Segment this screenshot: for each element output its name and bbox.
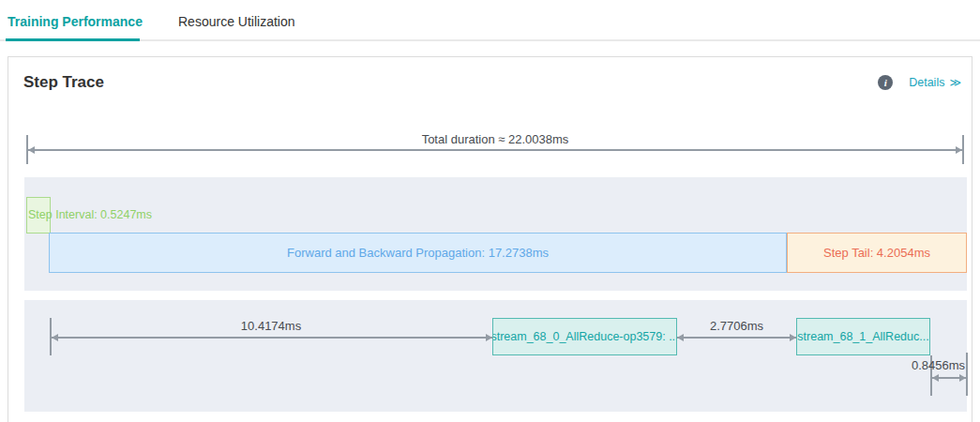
between-allreduce-duration-label: 2.7706ms — [677, 319, 796, 333]
arrowhead-left-icon — [52, 334, 58, 341]
arrowhead-left-icon — [932, 374, 939, 382]
card-actions: i Details ≫ — [878, 75, 960, 90]
allreduce-band: 10.4174ms stream_68_0_AllReduce-op3579: … — [24, 300, 967, 412]
stream-68-0-allreduce-label: stream_68_0_AllReduce-op3579: ... — [492, 330, 677, 343]
tab-bar: Training Performance Resource Utilizatio… — [0, 0, 980, 41]
total-duration-dimension: Total duration ≈ 22.0038ms — [26, 132, 964, 165]
step-tail-label: Step Tail: 4.2054ms — [823, 246, 930, 260]
dimension-end-bar-right — [966, 353, 968, 396]
arrowhead-left-icon — [28, 146, 35, 154]
arrowhead-left-icon — [677, 334, 684, 341]
post-allreduce-duration-label: 0.8456ms — [912, 358, 965, 372]
tab-resource-utilization-label: Resource Utilization — [178, 14, 295, 29]
dimension-line — [28, 149, 962, 151]
tab-training-performance[interactable]: Training Performance — [8, 14, 143, 29]
pre-allreduce-dimension: 10.4174ms — [50, 318, 492, 355]
dimension-line — [677, 337, 796, 339]
tab-training-performance-label: Training Performance — [8, 14, 143, 29]
forward-backward-propagation-box: Forward and Backward Propagation: 17.273… — [49, 233, 787, 273]
step-interval-label: Step Interval: 0.5247ms — [28, 208, 152, 221]
total-duration-label: Total duration ≈ 22.0038ms — [26, 132, 964, 146]
step-tail-box: Step Tail: 4.2054ms — [787, 233, 967, 273]
page: Training Performance Resource Utilizatio… — [0, 0, 980, 422]
between-allreduce-dimension: 2.7706ms — [677, 318, 796, 355]
stream-68-1-allreduce-box: stream_68_1_AllReduc... — [796, 318, 930, 355]
tab-resource-utilization[interactable]: Resource Utilization — [178, 14, 295, 29]
arrowhead-right-icon — [959, 374, 966, 382]
post-allreduce-dimension: 0.8456ms — [930, 353, 968, 396]
forward-backward-propagation-label: Forward and Backward Propagation: 17.273… — [287, 246, 549, 260]
tabbar-divider — [0, 39, 980, 41]
arrowhead-right-icon — [956, 146, 962, 154]
info-icon-glyph: i — [884, 77, 887, 88]
arrowhead-right-icon — [790, 334, 796, 341]
stream-68-1-allreduce-label: stream_68_1_AllReduc... — [797, 330, 928, 343]
dimension-line — [52, 337, 492, 339]
stream-68-0-allreduce-box: stream_68_0_AllReduce-op3579: ... — [492, 318, 677, 355]
active-tab-underline — [6, 38, 140, 41]
pre-allreduce-duration-label: 10.4174ms — [50, 319, 492, 333]
info-icon[interactable]: i — [878, 75, 893, 90]
arrowhead-right-icon — [486, 334, 492, 341]
details-link-label: Details — [909, 76, 944, 89]
details-link[interactable]: Details ≫ — [909, 76, 960, 89]
chevron-double-right-icon: ≫ — [949, 76, 960, 89]
step-trace-card: Step Trace i Details ≫ Total duration ≈ … — [8, 56, 972, 422]
card-title: Step Trace — [23, 73, 104, 92]
step-breakdown-band: Step Interval: 0.5247ms Forward and Back… — [24, 177, 967, 291]
